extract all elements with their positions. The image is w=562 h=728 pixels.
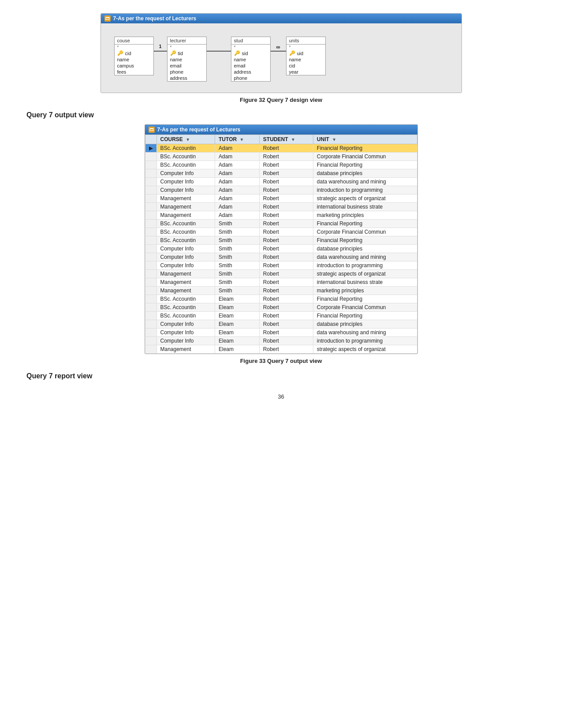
row-selector-cell — [145, 186, 156, 194]
table-cell-unit: Corporate Financial Commun — [313, 303, 417, 312]
table-cell-unit: Corporate Financial Commun — [313, 153, 417, 161]
table-row: ManagementSmithRobertstrategic aspects o… — [145, 270, 417, 278]
table-cell-unit: marketing principles — [313, 287, 417, 295]
table-row: Computer InfoEleamRobertintroduction to … — [145, 337, 417, 345]
row-selector-cell — [145, 253, 156, 261]
table-cell-student: Robert — [259, 278, 313, 287]
key-icon-cid: 🔑 — [117, 50, 123, 56]
col-header-course[interactable]: COURSE ▼ — [156, 135, 215, 144]
table-cell-tutor: Smith — [215, 261, 260, 270]
table-row: ManagementAdamRobertinternational busine… — [145, 203, 417, 211]
table-field-units-year: year — [287, 69, 325, 75]
table-cell-student: Robert — [259, 329, 313, 337]
table-row: Computer InfoSmithRobertintroduction to … — [145, 261, 417, 270]
table-row: Computer InfoAdamRobertdata warehousing … — [145, 178, 417, 186]
table-cell-course: BSc. Accountin — [156, 312, 215, 320]
col-header-unit[interactable]: UNIT ▼ — [313, 135, 417, 144]
table-cell-tutor: Adam — [215, 211, 260, 220]
table-cell-tutor: Eleam — [215, 295, 260, 303]
row-selector-cell — [145, 278, 156, 287]
table-cell-tutor: Adam — [215, 144, 260, 153]
table-cell-unit: Financial Reporting — [313, 236, 417, 245]
dropdown-arrow-student[interactable]: ▼ — [291, 137, 295, 142]
table-header-stud: stud — [231, 37, 270, 45]
table-cell-tutor: Smith — [215, 228, 260, 236]
table-cell-course: BSc. Accountin — [156, 228, 215, 236]
table-cell-student: Robert — [259, 144, 313, 153]
table-cell-course: Computer Info — [156, 320, 215, 329]
row-selector-cell — [145, 161, 156, 169]
row-selector-cell — [145, 303, 156, 312]
key-icon-tid: 🔑 — [170, 50, 176, 56]
table-cell-tutor: Eleam — [215, 303, 260, 312]
output-titlebar: 🗃 7-As per the request of Lecturers — [145, 125, 417, 134]
table-cell-student: Robert — [259, 211, 313, 220]
table-cell-course: Management — [156, 345, 215, 354]
table-cell-student: Robert — [259, 186, 313, 194]
table-row: BSc. AccountinEleamRobertFinancial Repor… — [145, 312, 417, 320]
table-cell-unit: international business strate — [313, 203, 417, 211]
table-row: Computer InfoEleamRobertdatabase princip… — [145, 320, 417, 329]
table-cell-student: Robert — [259, 161, 313, 169]
table-cell-unit: Financial Reporting — [313, 161, 417, 169]
table-header-lecturer: lecturer — [167, 37, 206, 45]
row-selector-cell — [145, 287, 156, 295]
table-cell-unit: Financial Reporting — [313, 312, 417, 320]
table-cell-tutor: Adam — [215, 178, 260, 186]
table-cell-unit: Corporate Financial Commun — [313, 228, 417, 236]
table-field-units-name: name — [287, 56, 325, 63]
col-header-student[interactable]: STUDENT ▼ — [259, 135, 313, 144]
dropdown-arrow-unit[interactable]: ▼ — [332, 137, 336, 142]
field-cid: cid — [125, 51, 131, 56]
row-selector-cell — [145, 312, 156, 320]
table-field-stud-address: address — [231, 69, 270, 75]
table-cell-unit: Financial Reporting — [313, 144, 417, 153]
table-cell-student: Robert — [259, 337, 313, 345]
table-field-fees: fees — [115, 69, 153, 75]
row-selector-cell — [145, 203, 156, 211]
connector-couse-lecturer: 1 — [154, 51, 167, 52]
table-cell-course: Computer Info — [156, 178, 215, 186]
table-star-units: * — [287, 45, 325, 50]
table-field-cid: 🔑 cid — [115, 50, 153, 56]
table-cell-course: BSc. Accountin — [156, 161, 215, 169]
row-selector-cell — [145, 194, 156, 203]
table-cell-student: Robert — [259, 203, 313, 211]
query7-report-heading: Query 7 report view — [26, 372, 536, 380]
table-cell-student: Robert — [259, 169, 313, 178]
table-cell-tutor: Smith — [215, 253, 260, 261]
table-cell-student: Robert — [259, 261, 313, 270]
table-row: BSc. AccountinSmithRobertFinancial Repor… — [145, 220, 417, 228]
row-selector-cell — [145, 329, 156, 337]
table-field-tid: 🔑 tid — [167, 50, 206, 56]
table-field-campus: campus — [115, 63, 153, 69]
table-row: Computer InfoSmithRobertdata warehousing… — [145, 253, 417, 261]
col-header-tutor[interactable]: TUTOR ▼ — [215, 135, 260, 144]
table-field-couse-name: name — [115, 56, 153, 63]
table-cell-course: BSc. Accountin — [156, 220, 215, 228]
key-icon-sid: 🔑 — [234, 50, 240, 56]
row-selector-cell — [145, 261, 156, 270]
table-cell-student: Robert — [259, 153, 313, 161]
db-table-lecturer: lecturer * 🔑 tid name email phone addres… — [167, 37, 207, 82]
figure32-caption: Figure 32 Query 7 design view — [26, 97, 536, 103]
table-cell-unit: data warehousing and mining — [313, 178, 417, 186]
table-field-stud-phone: phone — [231, 75, 270, 81]
diagram-titlebar-icon: 🗃 — [104, 15, 111, 22]
table-cell-course: Computer Info — [156, 186, 215, 194]
output-table: COURSE ▼ TUTOR ▼ STUDENT ▼ UNIT ▼ ▶BSc. … — [145, 134, 417, 354]
table-cell-student: Robert — [259, 270, 313, 278]
table-cell-student: Robert — [259, 194, 313, 203]
table-cell-unit: strategic aspects of organizat — [313, 345, 417, 354]
dropdown-arrow-course[interactable]: ▼ — [186, 137, 190, 142]
table-cell-student: Robert — [259, 236, 313, 245]
table-cell-student: Robert — [259, 253, 313, 261]
table-cell-course: BSc. Accountin — [156, 153, 215, 161]
dropdown-arrow-tutor[interactable]: ▼ — [239, 137, 244, 142]
table-cell-tutor: Eleam — [215, 345, 260, 354]
table-cell-tutor: Adam — [215, 169, 260, 178]
row-selector-cell — [145, 169, 156, 178]
table-star-couse: * — [115, 45, 153, 50]
table-star-stud: * — [231, 45, 270, 50]
table-row: Computer InfoSmithRobertdatabase princip… — [145, 245, 417, 253]
